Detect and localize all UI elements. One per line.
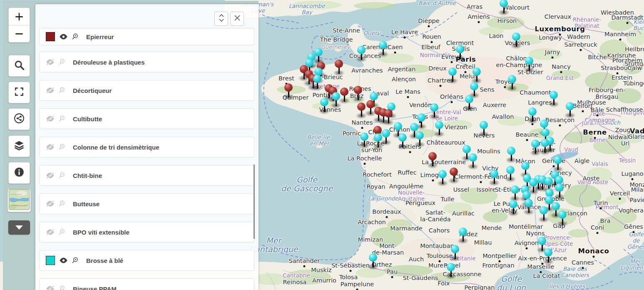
pin-head xyxy=(545,196,553,204)
pin-head xyxy=(450,168,458,176)
pin-head xyxy=(340,88,348,96)
close-panel-button[interactable] xyxy=(230,12,244,26)
eye-hidden-icon[interactable] xyxy=(46,200,55,207)
pin-head xyxy=(506,166,515,174)
layer-item[interactable]: Cultibutte xyxy=(40,108,254,129)
pin-head xyxy=(470,82,478,90)
pin-head xyxy=(451,245,459,253)
pin-head xyxy=(540,206,548,215)
pin-head xyxy=(558,210,567,219)
pin-head xyxy=(552,202,560,210)
pin-head xyxy=(320,98,328,106)
layer-color-swatch xyxy=(46,256,55,265)
info-button[interactable] xyxy=(8,162,30,184)
layer-item-label: Colonne de tri densimètrique xyxy=(73,144,159,151)
pin-head xyxy=(566,102,574,110)
zoom-to-layer-icon[interactable] xyxy=(58,58,65,66)
eye-hidden-icon[interactable] xyxy=(46,87,55,94)
layer-item[interactable]: Décortiqueur xyxy=(40,80,254,101)
pin-head xyxy=(472,68,481,76)
layer-item[interactable]: Dérouleuse à plastiques xyxy=(40,52,254,72)
pin-head xyxy=(428,152,437,160)
layer-item-label: Butteuse xyxy=(73,200,99,208)
pin-head xyxy=(522,191,531,199)
eye-hidden-icon[interactable] xyxy=(46,285,55,290)
pin-head xyxy=(357,46,366,54)
layer-item-label: Brosse à blé xyxy=(86,257,123,264)
pin-head xyxy=(462,145,471,153)
eye-visible-icon[interactable] xyxy=(59,257,68,264)
pin-head xyxy=(540,120,548,128)
pin-head xyxy=(384,109,393,118)
zoom-to-layer-icon[interactable] xyxy=(58,285,65,290)
pin-head xyxy=(525,57,533,65)
search-icon xyxy=(13,59,25,72)
share-button[interactable] xyxy=(8,108,30,130)
eye-hidden-icon[interactable] xyxy=(46,115,55,122)
pin-head xyxy=(531,140,540,148)
layer-item[interactable]: BPO viti extensible xyxy=(40,222,254,242)
pin-head xyxy=(410,123,418,131)
zoom-in-button[interactable]: + xyxy=(9,8,30,25)
layer-item[interactable]: Colonne de tri densimètrique xyxy=(40,137,254,158)
pin-head xyxy=(528,108,537,116)
eye-hidden-icon[interactable] xyxy=(46,144,55,150)
pin-head xyxy=(438,170,447,178)
search-button[interactable] xyxy=(8,55,30,77)
layer-item-label: Décortiqueur xyxy=(73,87,112,94)
eye-visible-icon[interactable] xyxy=(59,33,68,40)
pin-head xyxy=(554,156,562,164)
pin-head xyxy=(555,176,563,184)
zoom-out-button[interactable]: − xyxy=(9,25,30,42)
pin-head xyxy=(550,91,558,99)
minimap-toggle[interactable] xyxy=(7,189,31,212)
pin-head xyxy=(507,147,515,155)
layer-color-swatch xyxy=(46,32,55,41)
pin-head xyxy=(469,153,477,162)
zoom-to-layer-icon[interactable] xyxy=(58,200,65,208)
layer-item[interactable]: Epierreur xyxy=(40,28,254,45)
info-icon xyxy=(14,167,25,179)
layer-item[interactable]: Chtit-bine xyxy=(40,165,254,186)
panel-scrollbar[interactable] xyxy=(254,165,255,239)
zoom-control: + − xyxy=(8,8,30,42)
collapse-toolbar-button[interactable] xyxy=(8,220,30,235)
layer-item-label: Bineuse PPAM xyxy=(73,285,117,290)
pin-head xyxy=(447,263,455,271)
pin-head xyxy=(529,178,537,187)
chevron-down-icon xyxy=(15,225,23,230)
pin-head xyxy=(354,86,362,94)
pin-head xyxy=(332,92,340,100)
collapse-panel-button[interactable] xyxy=(214,12,228,26)
pin-head xyxy=(373,126,382,134)
pin-head xyxy=(545,177,553,185)
layer-item[interactable]: Bineuse PPAM xyxy=(40,278,254,290)
pin-head xyxy=(509,200,517,208)
eye-hidden-icon[interactable] xyxy=(46,59,55,65)
layer-item[interactable]: Butteuse xyxy=(40,193,254,214)
pin-head xyxy=(490,170,498,178)
pin-head xyxy=(430,103,438,112)
pin-head xyxy=(544,248,552,257)
layer-item-label: Dérouleuse à plastiques xyxy=(73,59,145,66)
pin-head xyxy=(398,133,407,142)
zoom-to-layer-icon[interactable] xyxy=(58,172,65,179)
pin-head xyxy=(284,83,293,92)
zoom-to-layer-icon[interactable] xyxy=(58,87,65,94)
pin-head xyxy=(500,0,508,8)
pin-head xyxy=(456,45,464,53)
pin-head xyxy=(465,95,473,103)
eye-hidden-icon[interactable] xyxy=(46,172,55,179)
zoom-to-layer-icon[interactable] xyxy=(72,257,79,264)
zoom-to-layer-icon[interactable] xyxy=(72,33,79,40)
zoom-to-layer-icon[interactable] xyxy=(58,115,65,122)
pin-head xyxy=(357,102,366,111)
zoom-to-layer-icon[interactable] xyxy=(58,228,65,236)
pin-head xyxy=(366,100,375,108)
layers-button[interactable] xyxy=(8,135,30,157)
fullscreen-button[interactable] xyxy=(8,82,30,103)
layer-item[interactable]: Brosse à blé xyxy=(40,250,254,271)
eye-hidden-icon[interactable] xyxy=(46,229,55,235)
pin-head xyxy=(508,75,516,83)
zoom-to-layer-icon[interactable] xyxy=(58,143,65,151)
